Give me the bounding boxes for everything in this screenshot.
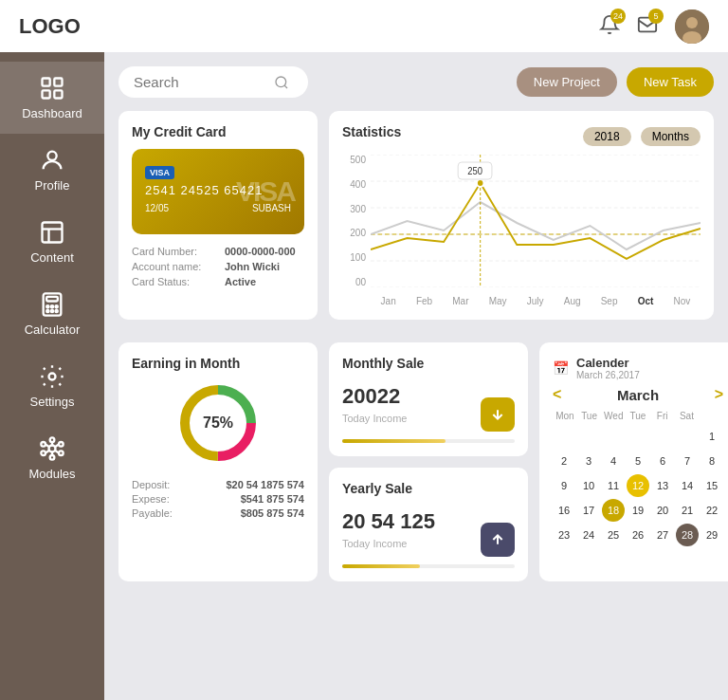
mail-icon[interactable]: 5 xyxy=(637,14,658,39)
monthly-progress-bar xyxy=(342,439,515,443)
donut-chart: 75% xyxy=(175,380,261,466)
mail-badge: 5 xyxy=(648,9,664,24)
expense-value: $541 875 574 xyxy=(241,493,304,505)
sidebar-label-content: Content xyxy=(30,250,74,265)
sidebar-item-modules[interactable]: Modules xyxy=(0,422,104,494)
sidebar-item-content[interactable]: Content xyxy=(0,206,104,278)
sidebar-label-calculator: Calculator xyxy=(25,322,81,337)
earning-title: Earning in Month xyxy=(132,356,304,371)
sidebar-label-profile: Profile xyxy=(35,178,70,193)
cal-day-8[interactable]: 8 xyxy=(701,450,723,472)
monthly-progress-fill xyxy=(342,439,446,443)
cal-day-16[interactable]: 16 xyxy=(553,499,575,522)
stats-header: Statistics 2018 Months xyxy=(342,124,701,149)
sidebar-item-settings[interactable]: Settings xyxy=(0,350,104,422)
card-status-value: Active xyxy=(225,276,256,287)
cal-day-4[interactable]: 4 xyxy=(602,450,625,472)
cal-day-21[interactable]: 21 xyxy=(676,499,699,522)
cal-day-empty xyxy=(627,425,649,448)
cal-day-23[interactable]: 23 xyxy=(553,524,575,546)
payable-label: Payable: xyxy=(132,507,173,519)
sidebar-item-dashboard[interactable]: Dashboard xyxy=(0,62,104,134)
svg-line-32 xyxy=(46,451,49,453)
svg-line-30 xyxy=(46,444,49,447)
yearly-progress-bar xyxy=(342,564,515,568)
sale-cards: Monthly Sale 20022 Today Income xyxy=(329,342,528,581)
avatar[interactable] xyxy=(675,9,709,44)
expense-label: Expese: xyxy=(132,493,170,505)
cal-day-7[interactable]: 7 xyxy=(676,450,699,472)
cal-day-empty xyxy=(553,425,575,448)
year-select[interactable]: 2018 xyxy=(583,127,631,146)
cal-day-13[interactable]: 13 xyxy=(651,474,674,497)
card-expiry: 12/05 xyxy=(145,203,169,213)
sidebar-item-profile[interactable]: Profile xyxy=(0,134,104,206)
cal-day-20[interactable]: 20 xyxy=(651,499,674,522)
svg-point-16 xyxy=(56,305,58,307)
calendar-date: March 26,2017 xyxy=(576,370,640,380)
yearly-progress-fill xyxy=(342,564,420,568)
svg-point-17 xyxy=(46,310,48,312)
top-controls: New Project New Task xyxy=(118,66,714,98)
svg-point-15 xyxy=(51,305,53,307)
svg-point-23 xyxy=(50,455,55,460)
cal-day-12[interactable]: 12 xyxy=(627,474,649,497)
cal-day-5[interactable]: 5 xyxy=(627,450,649,472)
calendar-card: 📅 Calender March 26,2017 < March > Mon T… xyxy=(539,342,728,581)
cal-day-6[interactable]: 6 xyxy=(651,450,674,472)
yearly-sale-amount: 20 54 125 xyxy=(342,509,435,534)
visa-watermark: VISA xyxy=(236,175,295,208)
cal-day-9[interactable]: 9 xyxy=(553,474,575,497)
cal-day-2[interactable]: 2 xyxy=(553,450,575,472)
monthly-sale-card: Monthly Sale 20022 Today Income xyxy=(329,342,528,456)
svg-point-18 xyxy=(51,310,53,312)
card-number-label: Card Number: xyxy=(132,246,217,257)
notification-icon[interactable]: 24 xyxy=(599,14,620,39)
account-name-label: Account name: xyxy=(132,261,217,272)
earning-card: Earning in Month 75% xyxy=(118,342,318,581)
search-input[interactable] xyxy=(134,74,266,90)
svg-point-24 xyxy=(41,442,46,447)
calendar-days-header: Mon Tue Wed Tue Fri Sat xyxy=(553,411,723,421)
svg-rect-7 xyxy=(54,90,62,98)
svg-point-25 xyxy=(59,442,64,447)
cal-day-empty xyxy=(651,425,674,448)
cal-day-14[interactable]: 14 xyxy=(676,474,699,497)
svg-point-19 xyxy=(56,310,58,312)
visa-label: VISA xyxy=(145,166,174,179)
cal-day-19[interactable]: 19 xyxy=(627,499,649,522)
sidebar: Dashboard Profile Content xyxy=(0,52,104,700)
chart-x-labels: Jan Feb Mar May July Aug Sep Oct Nov xyxy=(371,296,701,306)
cal-day-10[interactable]: 10 xyxy=(577,474,600,497)
donut-wrap: 75% xyxy=(132,380,304,466)
search-box[interactable] xyxy=(118,66,308,98)
period-select[interactable]: Months xyxy=(641,127,701,146)
calendar-prev-button[interactable]: < xyxy=(553,386,561,403)
cal-day-26[interactable]: 26 xyxy=(627,524,649,546)
cal-day-18[interactable]: 18 xyxy=(602,499,625,522)
yearly-sale-up-button[interactable] xyxy=(481,523,515,557)
cal-day-22[interactable]: 22 xyxy=(701,499,723,522)
calendar-next-button[interactable]: > xyxy=(715,386,723,403)
calendar-header: 📅 Calender March 26,2017 xyxy=(553,356,723,380)
svg-point-8 xyxy=(47,152,56,160)
monthly-sale-down-button[interactable] xyxy=(481,397,515,432)
yearly-sale-card: Yearly Sale 20 54 125 Today Income xyxy=(329,468,528,581)
sidebar-item-calculator[interactable]: Calculator xyxy=(0,278,104,350)
cal-day-15[interactable]: 15 xyxy=(701,474,723,497)
cal-day-27[interactable]: 27 xyxy=(651,524,674,546)
search-icon xyxy=(274,75,289,90)
cal-day-25[interactable]: 25 xyxy=(602,524,625,546)
cal-day-17[interactable]: 17 xyxy=(577,499,600,522)
cal-day-28[interactable]: 28 xyxy=(676,524,699,546)
cal-day-11[interactable]: 11 xyxy=(602,474,625,497)
cal-day-3[interactable]: 3 xyxy=(577,450,600,472)
cal-day-1[interactable]: 1 xyxy=(701,425,723,448)
cal-day-24[interactable]: 24 xyxy=(577,524,600,546)
deposit-label: Deposit: xyxy=(132,479,170,490)
svg-point-14 xyxy=(46,305,48,307)
cal-day-29[interactable]: 29 xyxy=(701,524,723,546)
cal-day-empty xyxy=(602,425,625,448)
new-project-button[interactable]: New Project xyxy=(517,67,617,97)
new-task-button[interactable]: New Task xyxy=(627,67,714,97)
